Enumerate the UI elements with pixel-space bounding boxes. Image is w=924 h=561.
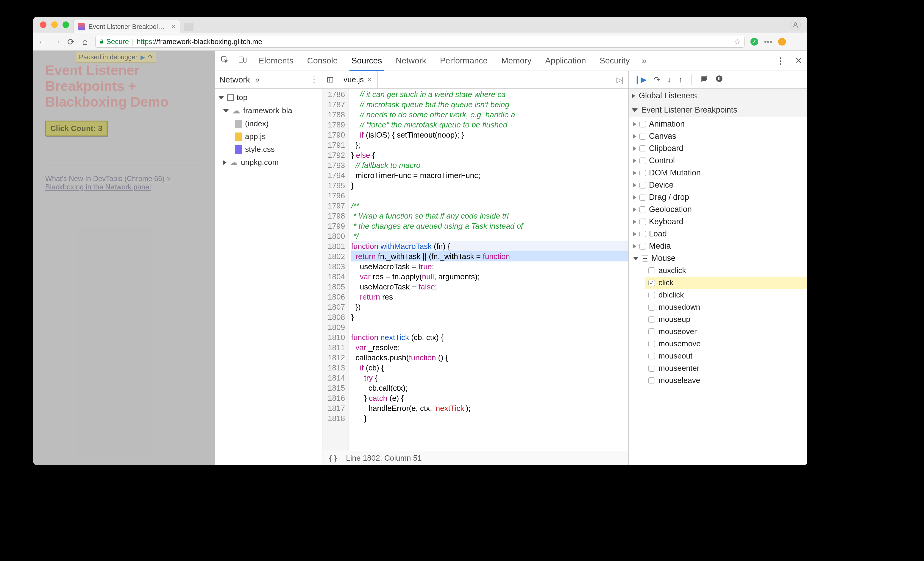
rendered-page: Paused in debugger ▶ ↷ Event Listener Br… <box>33 51 215 465</box>
category-checkbox[interactable] <box>639 145 646 152</box>
breakpoint-event[interactable]: click <box>645 277 807 289</box>
step-into-button[interactable]: ↓ <box>668 75 671 84</box>
extension-icon[interactable]: ! <box>778 38 786 45</box>
close-window-icon[interactable] <box>40 21 46 28</box>
category-checkbox[interactable] <box>639 182 646 189</box>
category-checkbox[interactable] <box>639 194 646 201</box>
event-checkbox[interactable] <box>648 365 655 372</box>
section-event-listener-breakpoints[interactable]: Event Listener Breakpoints <box>629 103 807 117</box>
close-devtools-icon[interactable]: ✕ <box>795 56 802 66</box>
navigator-menu-icon[interactable]: ⋮ <box>310 75 318 84</box>
category-checkbox[interactable] <box>639 121 646 128</box>
event-checkbox[interactable] <box>648 280 655 286</box>
breakpoint-category[interactable]: Geolocation <box>629 203 807 216</box>
breakpoint-category[interactable]: Load <box>629 228 807 240</box>
breakpoint-category[interactable]: Clipboard <box>629 142 807 154</box>
tab-elements[interactable]: Elements <box>257 51 295 71</box>
bookmark-star-icon[interactable]: ☆ <box>734 37 741 46</box>
home-button[interactable]: ⌂ <box>81 37 89 47</box>
event-checkbox[interactable] <box>648 316 655 323</box>
minimize-window-icon[interactable] <box>51 21 58 28</box>
forward-button[interactable]: → <box>52 37 61 47</box>
tab-performance[interactable]: Performance <box>438 51 489 71</box>
editor-file-tab[interactable]: vue.js ✕ <box>338 71 378 88</box>
pause-exceptions-button[interactable] <box>716 75 723 85</box>
event-checkbox[interactable] <box>648 353 655 359</box>
devtools-menu-icon[interactable]: ⋮ <box>776 56 785 66</box>
security-indicator[interactable]: Secure <box>99 38 129 46</box>
inspect-element-icon[interactable] <box>220 56 228 66</box>
breakpoint-event[interactable]: mousedown <box>645 301 807 313</box>
address-bar[interactable]: Secure | https://framework-blackboxing.g… <box>95 36 744 48</box>
close-file-icon[interactable]: ✕ <box>367 76 372 84</box>
breakpoint-event[interactable]: mousemove <box>645 338 807 350</box>
zoom-window-icon[interactable] <box>63 21 69 28</box>
breakpoint-category[interactable]: Mouse <box>629 252 807 264</box>
breakpoint-event[interactable]: auxclick <box>645 264 807 277</box>
resume-button[interactable]: ❙▶ <box>634 75 646 84</box>
event-checkbox[interactable] <box>648 292 655 298</box>
breakpoint-category[interactable]: Drag / drop <box>629 191 807 203</box>
extension-icon[interactable]: ••• <box>764 37 772 46</box>
category-checkbox[interactable] <box>639 243 646 249</box>
breakpoint-category[interactable]: Canvas <box>629 130 807 142</box>
breakpoint-category[interactable]: Device <box>629 179 807 191</box>
back-button[interactable]: ← <box>38 37 46 47</box>
event-checkbox[interactable] <box>648 377 655 384</box>
more-panels-icon[interactable]: » <box>255 75 260 84</box>
tree-domain[interactable]: ☁unpkg.com <box>216 156 321 169</box>
reload-button[interactable]: ⟳ <box>67 37 75 47</box>
breakpoint-category[interactable]: DOM Mutation <box>629 167 807 179</box>
deactivate-breakpoints-button[interactable] <box>700 75 708 85</box>
breakpoint-event[interactable]: mouseup <box>645 313 807 326</box>
pretty-print-icon[interactable]: {} <box>328 454 338 463</box>
breakpoint-event[interactable]: mouseover <box>645 326 807 338</box>
browser-window: Event Listener Breakpoints + B ✕ ← → ⟳ ⌂… <box>33 16 807 465</box>
category-checkbox[interactable] <box>639 219 646 225</box>
new-tab-button[interactable] <box>184 22 194 31</box>
category-checkbox[interactable] <box>639 133 646 140</box>
category-checkbox[interactable] <box>639 206 646 213</box>
section-global-listeners[interactable]: Global Listeners <box>629 89 807 103</box>
browser-tab[interactable]: Event Listener Breakpoints + B ✕ <box>73 20 180 33</box>
tree-file[interactable]: style.css <box>216 143 321 156</box>
tab-memory[interactable]: Memory <box>500 51 533 71</box>
code-view[interactable]: 1786178717881789179017911792179317941795… <box>322 89 628 451</box>
event-checkbox[interactable] <box>648 328 655 335</box>
event-checkbox[interactable] <box>648 304 655 310</box>
device-toolbar-icon[interactable] <box>238 56 247 66</box>
breakpoint-event[interactable]: mouseenter <box>645 362 807 374</box>
tab-network[interactable]: Network <box>394 51 428 71</box>
tree-top[interactable]: top <box>216 91 321 104</box>
tab-sources[interactable]: Sources <box>350 51 384 71</box>
breakpoint-category[interactable]: Keyboard <box>629 216 807 228</box>
breakpoint-category[interactable]: Media <box>629 240 807 252</box>
breakpoint-event[interactable]: mouseleave <box>645 374 807 387</box>
tree-file[interactable]: (index) <box>216 117 321 130</box>
navigator-panel-label[interactable]: Network <box>219 75 250 85</box>
step-out-button[interactable]: ↑ <box>678 75 682 84</box>
category-checkbox[interactable] <box>639 231 646 237</box>
tree-domain[interactable]: ☁framework-bla <box>216 104 321 117</box>
profile-avatar-icon[interactable] <box>790 20 801 30</box>
toggle-navigator-icon[interactable] <box>322 71 338 88</box>
breakpoint-event[interactable]: dblclick <box>645 289 807 301</box>
event-checkbox[interactable] <box>648 267 655 274</box>
run-snippet-icon[interactable]: ▷| <box>612 76 628 84</box>
close-tab-icon[interactable]: ✕ <box>171 23 176 31</box>
tab-application[interactable]: Application <box>543 51 588 71</box>
category-checkbox[interactable] <box>639 170 646 176</box>
tree-file[interactable]: app.js <box>216 130 321 143</box>
breakpoint-category[interactable]: Animation <box>629 118 807 130</box>
more-tabs-icon[interactable]: » <box>642 56 646 66</box>
tab-security[interactable]: Security <box>598 51 632 71</box>
category-checkbox[interactable] <box>642 255 648 262</box>
category-label: Drag / drop <box>649 193 689 202</box>
extension-icon[interactable]: ✓ <box>750 38 758 45</box>
category-checkbox[interactable] <box>639 158 646 164</box>
tab-console[interactable]: Console <box>305 51 340 71</box>
breakpoint-event[interactable]: mouseout <box>645 350 807 362</box>
breakpoint-category[interactable]: Control <box>629 154 807 167</box>
step-over-button[interactable]: ↷ <box>654 75 660 84</box>
event-checkbox[interactable] <box>648 340 655 347</box>
